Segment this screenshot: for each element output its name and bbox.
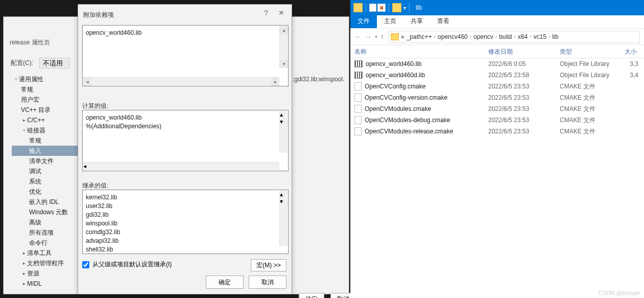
calc-line: opencv_world460.lib — [86, 113, 285, 122]
close-icon[interactable]: ✕ — [276, 9, 287, 19]
tree-item[interactable]: ▸C/C++ — [12, 115, 83, 125]
config-input[interactable] — [39, 58, 70, 68]
crumb-overflow[interactable]: « — [401, 33, 404, 40]
bg-additional-deps-snippet: ;gdi32.lib;winspool. — [293, 76, 344, 83]
vscrollbar[interactable]: ▴ ▾ — [279, 111, 288, 153]
tree-item[interactable]: ▸清单工具 — [12, 248, 83, 258]
tree-item[interactable]: ▸资源 — [12, 268, 83, 279]
properties-icon[interactable] — [369, 4, 376, 12]
scroll-down-icon[interactable]: ▾ — [280, 60, 288, 68]
help-icon[interactable]: ? — [261, 9, 271, 19]
col-name[interactable]: 名称 — [350, 45, 484, 58]
tree-item[interactable]: 所有选项 — [12, 227, 83, 238]
file-row[interactable]: OpenCVModules-debug.cmake2022/6/5 23:53C… — [350, 114, 644, 126]
folder-icon[interactable] — [353, 3, 363, 12]
tree-item[interactable]: ▸文档管理程序 — [12, 258, 83, 268]
tree-root[interactable]: ▿通用属性 — [12, 74, 83, 84]
back-icon[interactable]: ← — [354, 33, 362, 41]
file-row[interactable]: OpenCVModules-release.cmake2022/6/5 23:5… — [350, 126, 644, 137]
hscrollbar[interactable]: ◂ ▸ — [83, 162, 279, 170]
breadcrumb[interactable]: « _pathc++› opencv460› opencv› build› x6… — [388, 31, 640, 43]
tab-share[interactable]: 共享 — [403, 14, 430, 28]
chevron-right-icon[interactable]: › — [495, 34, 497, 39]
folder-icon[interactable] — [392, 3, 401, 12]
crumb[interactable]: x64 — [518, 33, 528, 40]
tree-item-input[interactable]: 输入 — [12, 146, 83, 156]
calculated-box: opencv_world460.lib %(AdditionalDependen… — [82, 110, 289, 171]
scroll-down-icon[interactable]: ▾ — [280, 198, 288, 205]
file-row[interactable]: opencv_world460d.lib2022/6/5 23:58Object… — [350, 70, 644, 81]
tab-view[interactable]: 查看 — [430, 14, 457, 28]
crumb[interactable]: build — [499, 33, 512, 40]
chevron-right-icon[interactable]: › — [434, 34, 436, 39]
chevron-right-icon[interactable]: › — [514, 34, 516, 39]
crumb[interactable]: opencv460 — [438, 33, 468, 40]
vscrollbar[interactable]: ▴ ▾ — [279, 191, 288, 246]
tree-item[interactable]: 常规 — [12, 84, 83, 95]
chevron-right-icon[interactable]: › — [548, 34, 550, 39]
scroll-down-icon[interactable]: ▾ — [280, 118, 288, 125]
file-icon — [354, 82, 362, 90]
tri-right-icon: ▸ — [21, 115, 27, 125]
calc-line: %(AdditionalDependencies) — [86, 122, 285, 131]
delete-icon[interactable]: ✖ — [377, 4, 386, 12]
tree-item[interactable]: 清单文件 — [12, 156, 83, 166]
qat-separator — [389, 3, 389, 12]
deps-edit-box[interactable]: opencv_world460.lib ▴ ▾ ◂ ▸ — [82, 25, 289, 86]
inherit-checkbox[interactable] — [82, 261, 89, 268]
column-headers[interactable]: 名称 修改日期 类型 大小 — [350, 45, 644, 58]
cancel-button[interactable]: 取消 — [249, 276, 287, 289]
tree-item[interactable]: 优化 — [12, 187, 83, 197]
tab-file[interactable]: 文件 — [350, 14, 377, 28]
tree-item[interactable]: 用户宏 — [12, 95, 83, 105]
scroll-up-icon[interactable]: ▴ — [280, 191, 288, 198]
chevron-down-icon[interactable]: ▾ — [403, 5, 406, 11]
calculated-label: 计算的值: — [82, 102, 108, 110]
col-size[interactable]: 大小 — [618, 45, 641, 58]
tab-home[interactable]: 主页 — [377, 14, 403, 28]
inherit-line: winspool.lib — [86, 219, 285, 228]
scroll-right-icon[interactable]: ▸ — [271, 78, 279, 86]
crumb[interactable]: _pathc++ — [407, 33, 432, 40]
file-list[interactable]: opencv_world460.lib2022/6/6 0:05Object F… — [350, 58, 644, 137]
chevron-right-icon[interactable]: › — [470, 34, 471, 39]
chevron-right-icon[interactable]: › — [530, 34, 531, 39]
up-icon[interactable]: ↑ — [380, 33, 384, 41]
file-row[interactable]: OpenCVModules.cmake2022/6/5 23:53CMAKE 文… — [350, 103, 644, 114]
file-name: OpenCVModules.cmake — [365, 105, 431, 112]
macro-button[interactable]: 宏(M) >> — [251, 259, 287, 271]
tree-item[interactable]: 命令行 — [12, 238, 83, 248]
col-type[interactable]: 类型 — [556, 45, 618, 58]
tree-linker[interactable]: ▿链接器 — [12, 125, 83, 135]
bg-button-row: 确定 取消 — [299, 293, 356, 298]
crumb[interactable]: opencv — [473, 33, 493, 40]
file-type: Object File Library — [556, 72, 618, 79]
tree-item[interactable]: ▸MIDL — [12, 279, 83, 289]
scroll-left-icon[interactable]: ◂ — [83, 78, 91, 86]
scroll-up-icon[interactable]: ▴ — [280, 111, 288, 118]
scroll-up-icon[interactable]: ▴ — [280, 26, 288, 34]
tree-item[interactable]: 系统 — [12, 176, 83, 187]
col-date[interactable]: 修改日期 — [484, 45, 556, 58]
file-row[interactable]: opencv_world460.lib2022/6/6 0:05Object F… — [350, 58, 644, 70]
hscrollbar[interactable]: ◂ ▸ — [83, 77, 279, 85]
explorer-titlebar[interactable]: ✖ ▾ lib — [350, 0, 644, 15]
crumb[interactable]: vc15 — [534, 33, 546, 40]
bg-ok-button[interactable]: 确定 — [299, 293, 324, 298]
scroll-left-icon[interactable]: ◂ — [83, 163, 279, 170]
tree-item[interactable]: 高级 — [12, 217, 83, 227]
tree-item[interactable]: 嵌入的 IDL — [12, 197, 83, 207]
scroll-right-icon[interactable]: ▸ — [83, 170, 279, 171]
history-icon[interactable]: ▾ — [375, 34, 377, 39]
forward-icon[interactable]: → — [365, 33, 372, 41]
file-row[interactable]: OpenCVConfig-version.cmake2022/6/5 23:53… — [350, 92, 644, 103]
tree-item[interactable]: 调试 — [12, 166, 83, 176]
tree-item[interactable]: 常规 — [12, 135, 83, 146]
tree-item[interactable]: VC++ 目录 — [12, 105, 83, 115]
file-row[interactable]: OpenCVConfig.cmake2022/6/5 23:53CMAKE 文件 — [350, 81, 644, 92]
ok-button[interactable]: 确定 — [206, 276, 244, 289]
crumb[interactable]: lib — [552, 33, 558, 40]
vscrollbar[interactable]: ▴ ▾ — [279, 26, 288, 68]
tree-item[interactable]: Windows 元数 — [12, 207, 83, 217]
property-tree[interactable]: ▿通用属性 常规 用户宏 VC++ 目录 ▸C/C++ ▿链接器 常规 输入 清… — [12, 74, 83, 289]
